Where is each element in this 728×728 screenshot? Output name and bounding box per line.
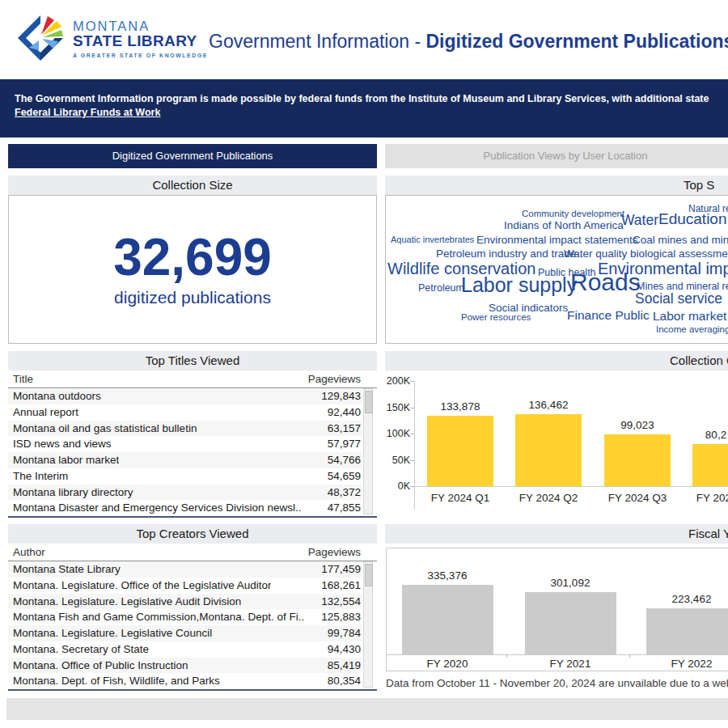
word-cloud-term[interactable]: Coal mines and mining (633, 235, 728, 246)
logo-tagline: A GREATER STATE OF KNOWLEDGE (73, 53, 208, 58)
tab-publication-views-by-user-location[interactable]: Publication Views by User Location (385, 144, 728, 168)
bar[interactable] (402, 585, 493, 654)
collection-size-value: 32,699 (9, 231, 376, 283)
bar[interactable] (525, 592, 616, 654)
table-row[interactable]: Annual report92,440 (8, 404, 362, 421)
row-label: Montana Fish and Game Commission,Montana… (13, 609, 304, 625)
bar-value-label: 223,462 (655, 593, 728, 605)
row-label: Montana. Legislature. Legislative Counci… (13, 625, 212, 641)
table-row[interactable]: Montana outdoors129,843 (8, 388, 362, 404)
row-label: Montana. Dept. of Fish, Wildlife, and Pa… (13, 673, 220, 689)
row-value: 54,766 (328, 452, 361, 468)
x-axis-line (387, 654, 728, 655)
row-label: Montana. Office of Public Instruction (13, 658, 188, 674)
logo-line1: MONTANA (73, 19, 208, 33)
table-row[interactable]: Montana labor market54,766 (8, 452, 362, 468)
scrollbar[interactable] (363, 561, 373, 688)
logo-wordmark: MONTANA STATE LIBRARY A GREATER STATE OF… (73, 19, 208, 58)
federal-library-funds-link[interactable]: Federal Library Funds at Work (15, 107, 160, 118)
collection-quarterly-chart: 200K150K100K50K0K133,878FY 2024 Q1136,46… (386, 370, 728, 518)
word-cloud-term[interactable]: Petroleum (418, 283, 464, 294)
top-subjects-header-label: Top S (684, 176, 714, 195)
y-tick-label: 50K (386, 455, 410, 466)
table-row[interactable]: Montana. Legislature. Legislative Counci… (8, 625, 362, 641)
axis-label: FY 2024 Q1 (416, 492, 505, 504)
column-author: Author (13, 544, 45, 561)
msl-logo-icon (15, 12, 66, 64)
row-label: Montana. Legislature. Legislative Audit … (13, 594, 241, 610)
table-row[interactable]: Montana. Legislature. Office of the Legi… (8, 578, 362, 594)
table-row[interactable]: Montana. Office of Public Instruction85,… (8, 658, 362, 674)
word-cloud-term[interactable]: Water (621, 214, 658, 228)
table-row[interactable]: The Interim54,659 (8, 468, 362, 485)
word-cloud-term[interactable]: Community development (522, 210, 624, 219)
axis-label: FY 2024 Q3 (593, 492, 682, 504)
row-value: 80,354 (328, 673, 361, 689)
page-title-bold: Digitized Government Publications (425, 31, 728, 52)
word-cloud-term[interactable]: Income averaging (656, 325, 728, 335)
word-cloud-term[interactable]: Power resources (461, 313, 531, 323)
scrollbar[interactable] (363, 388, 373, 514)
fiscal-year-chart-header-label: Fiscal Y (688, 524, 728, 544)
top-creators-table: Author Pageviews Montana State Library17… (8, 544, 377, 691)
word-cloud-term[interactable]: Finance Public (567, 309, 650, 322)
y-tick-label: 200K (386, 375, 410, 387)
table-row[interactable]: Montana State Library177,459 (8, 561, 362, 578)
table-row[interactable]: Montana library directory48,372 (8, 485, 362, 501)
tab-digitized-government-publications[interactable]: Digitized Government Publications (8, 144, 377, 168)
row-label: The Interim (13, 468, 68, 485)
bar[interactable] (692, 444, 728, 486)
funding-banner: The Government Information program is ma… (0, 79, 728, 138)
bar-value-label: 301,092 (534, 577, 607, 589)
funding-banner-text: The Government Information program is ma… (15, 92, 709, 106)
word-cloud-term[interactable]: Water quality biological assessment (564, 248, 728, 260)
y-tick-label: 100K (386, 428, 410, 439)
table-row[interactable]: Montana. Secretary of State94,430 (8, 641, 362, 658)
table-row[interactable]: Montana. Legislature. Legislative Audit … (8, 594, 362, 610)
word-cloud-term[interactable]: Education (658, 211, 727, 226)
word-cloud-term[interactable]: Aquatic invertebrates (391, 235, 474, 244)
table-row[interactable]: ISD news and views57,977 (8, 436, 362, 452)
logo-line2: STATE LIBRARY (73, 33, 208, 49)
row-value: 129,843 (321, 388, 361, 404)
word-cloud-term[interactable]: Indians of North America (504, 220, 624, 231)
page-title: Government Information - Digitized Gover… (209, 31, 728, 53)
axis-label: FY 2021 (526, 658, 615, 670)
axis-label: FY 2024 Q4 (681, 492, 728, 504)
word-cloud-term[interactable]: Social service (635, 292, 722, 307)
table-row[interactable]: Montana. Dept. of Fish, Wildlife, and Pa… (8, 673, 362, 689)
axis-label: FY 2022 (647, 658, 728, 670)
y-tick-mark (410, 381, 414, 382)
table-row[interactable]: Montana oil and gas statistical bulletin… (8, 421, 362, 437)
bar-value-label: 136,462 (512, 399, 585, 411)
bar[interactable] (515, 414, 582, 486)
dashboard-root: MONTANA STATE LIBRARY A GREATER STATE OF… (0, 0, 728, 728)
row-label: Montana. Legislature. Office of the Legi… (13, 578, 271, 594)
word-cloud-term[interactable]: Environmental impact statements (476, 235, 638, 246)
bar[interactable] (604, 434, 671, 486)
row-value: 57,977 (328, 436, 361, 452)
bar[interactable] (646, 608, 728, 654)
row-value: 92,440 (328, 404, 361, 421)
bar[interactable] (427, 416, 493, 486)
table-row[interactable]: Montana Fish and Game Commission,Montana… (8, 609, 362, 625)
word-cloud-term[interactable]: Petroleum industry and trade (436, 248, 576, 260)
scrollbar-thumb[interactable] (365, 564, 373, 586)
word-cloud-term[interactable]: Labor supply (461, 275, 577, 295)
table-row[interactable]: Montana Disaster and Emergency Services … (8, 500, 362, 516)
bar-value-label: 99,023 (601, 419, 674, 431)
row-value: 48,372 (328, 485, 361, 501)
row-value: 177,459 (321, 561, 361, 578)
y-axis-line (414, 381, 415, 510)
row-label: Montana. Secretary of State (13, 641, 149, 658)
word-cloud-term[interactable]: Labor market (653, 310, 726, 323)
row-label: Annual report (13, 404, 78, 421)
collection-chart-header: Collection C (385, 351, 728, 370)
row-value: 168,261 (321, 578, 361, 594)
row-label: Montana labor market (13, 452, 119, 468)
bottom-spacer-bar (6, 698, 728, 720)
collection-size-caption: digitized publications (9, 288, 376, 307)
word-cloud-term[interactable]: Roads (570, 270, 641, 294)
scrollbar-thumb[interactable] (365, 391, 373, 413)
y-tick-mark (410, 460, 414, 461)
